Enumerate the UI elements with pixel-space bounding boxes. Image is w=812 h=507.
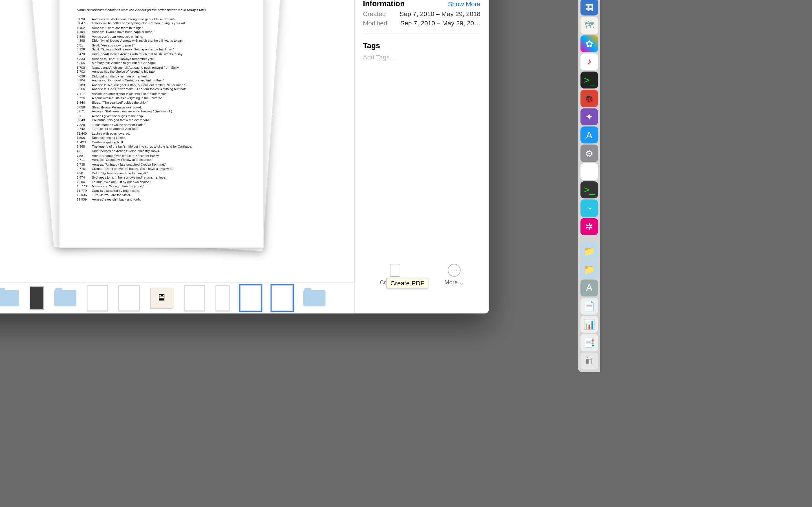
dock-appstore-icon[interactable]: A xyxy=(580,126,598,144)
document-line: 2.776+Creusa: "Don't grieve; be happy. Y… xyxy=(77,167,245,172)
dock-photos-icon[interactable]: ✿ xyxy=(580,35,598,52)
add-tags-field[interactable]: Add Tags… xyxy=(363,54,480,61)
document-line: 4.390Dido (living) leaves Aeneas with mu… xyxy=(77,39,245,44)
document-line: 6.1Aeneas gives the reigns to the ship. xyxy=(77,114,245,119)
document-line: 2.738Aeneas: "Unhappy fate snatched Creu… xyxy=(77,163,245,167)
modified-value: Sep 7, 2010 – May 29, 20… xyxy=(400,20,480,27)
dock-app-icon[interactable]: A xyxy=(580,279,598,297)
document-line: 6.470Dido (dead) leaves Aeneas with much… xyxy=(77,52,245,57)
info-panel: 3 items 3 documents - 1.5 MB Information… xyxy=(354,0,489,314)
document-line: 7.320Juno: "Aeneas will be another Paris… xyxy=(77,123,245,127)
thumb-doc[interactable] xyxy=(118,285,139,311)
dock-folder-icon[interactable]: 📁 xyxy=(580,243,598,260)
preview-area: Some paraphrased citations from the Aene… xyxy=(0,0,354,282)
document-line: 4.333+Aeneas to Dido: "I'll always remem… xyxy=(77,57,245,61)
dock-app-icon[interactable]: 🐞 xyxy=(580,90,598,107)
document-line: 12.936Turnus: "You are the victor." xyxy=(77,193,245,198)
thumb-doc[interactable] xyxy=(87,285,108,311)
document-line: 4.696Dido did not die by her fate or her… xyxy=(77,74,245,79)
tags-section-title: Tags xyxy=(363,41,380,50)
create-pdf-tooltip: Create PDF xyxy=(386,278,428,288)
thumb-doc-selected[interactable] xyxy=(240,285,261,311)
dock-doc-icon[interactable]: 📑 xyxy=(580,334,598,351)
more-icon: ⋯ xyxy=(448,264,460,277)
dock-separator xyxy=(581,238,597,239)
document-line: 4.265+Mercury tells Aeneas to get out of… xyxy=(77,61,245,66)
document-line: 6.348Palinurus: "No god threw me overboa… xyxy=(77,118,245,123)
gallery-panel: Some paraphrased citations from the Aene… xyxy=(0,0,354,314)
thumb-dark-doc[interactable] xyxy=(29,286,43,309)
document-line: 5.858Sleep throws Palinurus overboard. xyxy=(77,105,245,110)
document-icon xyxy=(390,264,400,277)
document-line: 11.779Camilla distracted by bright cloth… xyxy=(77,189,245,193)
thumb-folder[interactable] xyxy=(54,290,76,306)
document-line: 1.368The legend of the bull's hide cut i… xyxy=(77,145,245,149)
document-line: 2.711Aeneas: "Creusa will follow at a di… xyxy=(77,158,245,163)
document-line: 11.440Lavinia with eyes lowered. xyxy=(77,131,245,136)
document-line: 6.51Sybil: "Are you slow to pray?" xyxy=(77,43,245,48)
finder-window: Desktop — Local 〈 〉 ▦ ☰ ▥ ▤ ▦ ˅ ✲ ˅ ⇧ ◯ … xyxy=(0,0,489,314)
thumb-folder[interactable] xyxy=(0,290,19,306)
document-line: 6.726+A spirit within sustains everythin… xyxy=(77,96,245,101)
document-line: 4.3+Dido focuses on Aeneas' valor, ances… xyxy=(77,149,245,154)
thumb-image[interactable]: 🖥 xyxy=(150,287,173,308)
document-line: 1.462Aeneas: "There are tears in things.… xyxy=(77,26,245,31)
thumb-doc-narrow[interactable] xyxy=(215,285,229,311)
document-line: 9.742Turnus: "I'll be another Achilles." xyxy=(77,127,245,132)
document-line: 3.266Anchises: "Gods, don't make us eat … xyxy=(77,88,245,92)
thumb-doc-selected[interactable] xyxy=(271,285,293,311)
document-line: 3.183Anchises: "No, our goal is Italy, o… xyxy=(77,83,245,88)
dock-maps-icon[interactable]: 🗺 xyxy=(580,17,598,34)
document-line: 1.386Venus can't bear Aeneas's whining. xyxy=(77,35,245,39)
dock-folder-icon[interactable]: 📁 xyxy=(580,261,598,278)
document-line: 6.847+Others will be better at everythin… xyxy=(77,21,245,26)
document-line: 10.773Mezentius: "My right hand, my god.… xyxy=(77,184,245,189)
document-line: 6.898Anchises sends Aeneas through the g… xyxy=(77,17,245,21)
page-front[interactable]: Some paraphrased citations from the Aene… xyxy=(59,0,263,247)
dock-doc-icon[interactable]: 📊 xyxy=(580,316,598,333)
modified-label: Modified xyxy=(363,20,387,27)
document-title: Some paraphrased citations from the Aene… xyxy=(77,8,245,12)
thumbnail-strip[interactable]: 🖥 xyxy=(0,282,354,314)
document-line: 6.474Sychaeus joins in her sorrows and r… xyxy=(77,176,245,180)
document-line: 6.126Sybil: "Going to Hell is easy. Gett… xyxy=(77,48,245,52)
document-line: 1.194+Aeneas: "I would have been happier… xyxy=(77,30,245,35)
thumb-folder[interactable] xyxy=(303,290,325,306)
created-value: Sep 7, 2010 – May 29, 2018 xyxy=(400,10,480,17)
dock-terminal-icon[interactable]: >_ xyxy=(580,71,598,89)
document-line: 5.703Aeneas has the choice of forgetting… xyxy=(77,70,245,74)
document-line: 3.104Anchises: "Our goal is Crete, our a… xyxy=(77,79,245,83)
dock-app-icon[interactable]: ✲ xyxy=(580,218,598,235)
document-line: 7.117Ascanius's after-dinner joke: "We j… xyxy=(77,92,245,96)
info-section-title: Information xyxy=(363,0,405,8)
document-line: 12.939Aeneas' eyes shift back and forth. xyxy=(77,198,245,202)
dock-settings-icon[interactable]: ⚙ xyxy=(580,145,598,162)
document-stack: Some paraphrased citations from the Aene… xyxy=(56,0,266,257)
dock-app-icon[interactable]: ~ xyxy=(580,200,598,217)
document-line: 1.508Dido dispensing justice. xyxy=(77,136,245,140)
thumb-doc[interactable] xyxy=(184,285,205,311)
document-line: 1. 423Carthage getting built. xyxy=(77,140,245,145)
document-line: 7.204Latinus: "We are just by our own ch… xyxy=(77,180,245,185)
dock-trash-icon[interactable]: 🗑 xyxy=(580,352,598,370)
dock-app-icon[interactable]: ▦ xyxy=(580,0,598,15)
more-action[interactable]: ⋯ More… xyxy=(444,264,463,285)
document-line: 5.700+Nautes and Anchises tell Aeneas to… xyxy=(77,66,245,70)
document-line: 5.871Aeneas: "Palinurus, you were too tr… xyxy=(77,110,245,114)
dock-doc-icon[interactable]: 📄 xyxy=(580,297,598,315)
dock-music-icon[interactable]: ♪ xyxy=(580,53,598,70)
dock-terminal-icon[interactable]: >_ xyxy=(580,181,598,199)
document-line: 5.844Sleep: "The sea itself guides the s… xyxy=(77,101,245,105)
dock: 🙂 🧭 ✉︎ W ◎ 💬 ▦ 🗺 ✿ ♪ >_ 🐞 ✦ A ⚙ ◉ >_ ~ ✲… xyxy=(578,0,600,372)
show-more-link[interactable]: Show More xyxy=(448,0,480,7)
created-label: Created xyxy=(363,10,386,17)
dock-app-icon[interactable]: ✦ xyxy=(580,108,598,125)
document-line: 4.28Dido: "Sychaeus joined me to himself… xyxy=(77,171,245,176)
document-line: 7.581Amata's name gives status to Baccha… xyxy=(77,154,245,158)
